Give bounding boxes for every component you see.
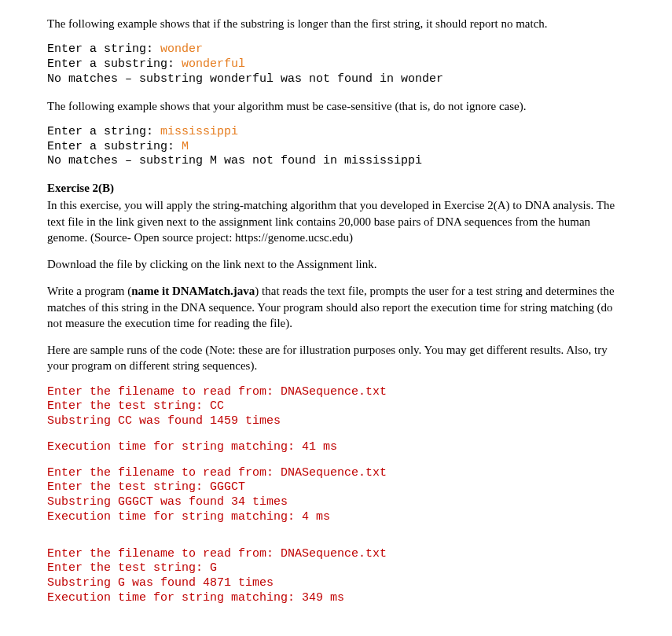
sample-run-1a: Enter the filename to read from: DNASequ… — [47, 385, 625, 429]
bold-filename: name it DNAMatch.java — [131, 285, 255, 297]
exercise-2b-paragraph-1: In this exercise, you will apply the str… — [47, 197, 625, 245]
exercise-2b-paragraph-4: Here are sample runs of the code (Note: … — [47, 342, 625, 374]
code-line: Enter a string: — [47, 125, 160, 138]
code-line: Enter a substring: — [47, 140, 182, 153]
code-block-1: Enter a string: wonder Enter a substring… — [47, 42, 625, 86]
user-input: wonderful — [182, 57, 245, 71]
exercise-2b-heading: Exercise 2(B) — [47, 180, 625, 196]
sample-run-3: Enter the filename to read from: DNASequ… — [47, 547, 625, 606]
code-block-2: Enter a string: mississippi Enter a subs… — [47, 125, 625, 169]
user-input: M — [182, 140, 189, 153]
text-span: Write a program ( — [47, 285, 131, 297]
paragraph-intro-2: The following example shows that your al… — [47, 98, 625, 114]
user-input: wonder — [160, 42, 203, 56]
code-line: No matches – substring M was not found i… — [47, 154, 422, 167]
code-line: Enter a substring: — [47, 57, 182, 71]
paragraph-intro-1: The following example shows that if the … — [47, 16, 625, 31]
user-input: mississippi — [160, 125, 238, 138]
exercise-2b-paragraph-2: Download the file by clicking on the lin… — [47, 256, 625, 272]
sample-run-1b: Execution time for string matching: 41 m… — [47, 440, 625, 455]
code-line: No matches – substring wonderful was not… — [47, 72, 443, 86]
code-line: Enter a string: — [47, 42, 160, 56]
sample-run-2: Enter the filename to read from: DNASequ… — [47, 466, 625, 525]
exercise-2b-paragraph-3: Write a program (name it DNAMatch.java) … — [47, 283, 625, 331]
